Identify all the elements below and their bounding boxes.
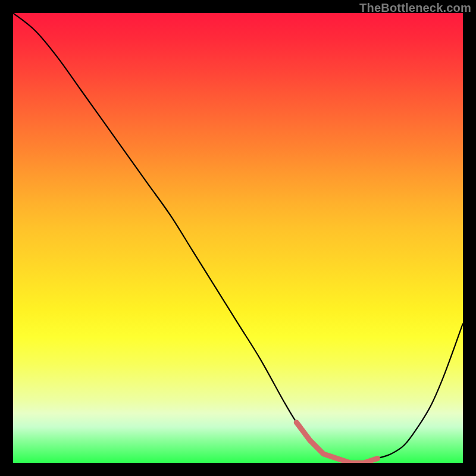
plot-area: [13, 13, 463, 463]
bottleneck-highlight-path: [296, 422, 377, 463]
bottleneck-curve-path: [13, 13, 463, 463]
bottleneck-chart: [13, 13, 463, 463]
watermark-text: TheBottleneck.com: [359, 1, 471, 15]
